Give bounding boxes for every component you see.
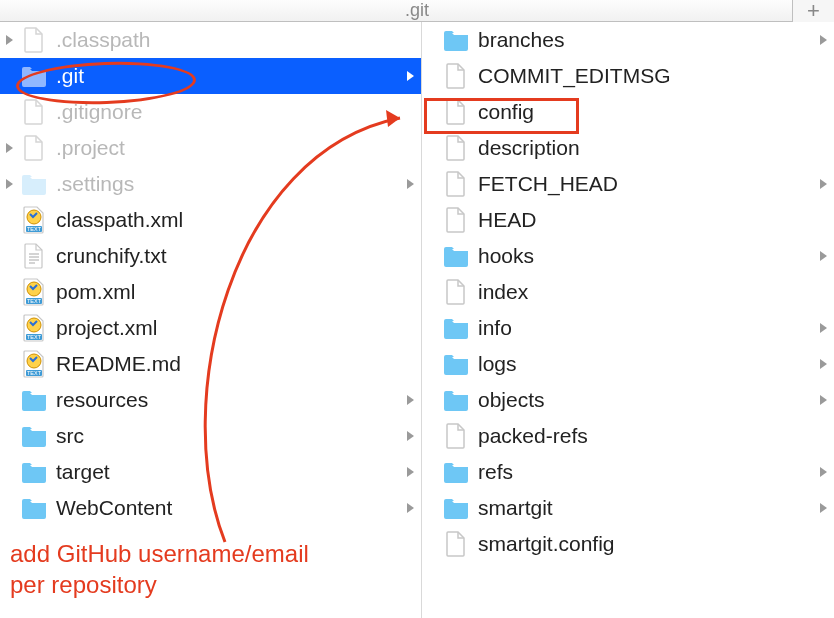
svg-marker-31 bbox=[820, 395, 827, 405]
svg-marker-23 bbox=[407, 431, 414, 441]
folder-icon bbox=[442, 242, 470, 270]
left-row-readme-md[interactable]: TEXT README.md bbox=[0, 346, 421, 382]
row-label: .git bbox=[56, 64, 399, 88]
row-label: hooks bbox=[478, 244, 812, 268]
right-row-smartgit-config[interactable]: smartgit.config bbox=[422, 526, 834, 562]
left-row--gitignore[interactable]: .gitignore bbox=[0, 94, 421, 130]
folder-icon bbox=[20, 386, 48, 414]
right-row-config[interactable]: config bbox=[422, 94, 834, 130]
left-row--project[interactable]: .project bbox=[0, 130, 421, 166]
file-icon bbox=[442, 422, 470, 450]
svg-marker-27 bbox=[820, 179, 827, 189]
svg-text:TEXT: TEXT bbox=[27, 334, 42, 340]
left-row-crunchify-txt[interactable]: crunchify.txt bbox=[0, 238, 421, 274]
right-row-logs[interactable]: logs bbox=[422, 346, 834, 382]
right-row-objects[interactable]: objects bbox=[422, 382, 834, 418]
left-row-project-xml[interactable]: TEXT project.xml bbox=[0, 310, 421, 346]
file-icon bbox=[442, 530, 470, 558]
svg-text:TEXT: TEXT bbox=[27, 370, 42, 376]
row-label: .gitignore bbox=[56, 100, 399, 124]
row-label: index bbox=[478, 280, 812, 304]
file-icon bbox=[442, 278, 470, 306]
svg-marker-2 bbox=[407, 71, 414, 81]
xml-icon: TEXT bbox=[20, 350, 48, 378]
row-label: project.xml bbox=[56, 316, 399, 340]
title-text: .git bbox=[405, 0, 429, 21]
left-column[interactable]: .classpath .git .gitignore .project .set… bbox=[0, 22, 422, 618]
file-dim-icon bbox=[20, 26, 48, 54]
right-column[interactable]: branches COMMIT_EDITMSG config descripti… bbox=[422, 22, 834, 618]
disclose-right-icon bbox=[399, 466, 421, 478]
svg-text:TEXT: TEXT bbox=[27, 226, 42, 232]
left-row-pom-xml[interactable]: TEXT pom.xml bbox=[0, 274, 421, 310]
left-row-webcontent[interactable]: WebContent bbox=[0, 490, 421, 526]
file-dim-icon bbox=[20, 134, 48, 162]
right-row-head[interactable]: HEAD bbox=[422, 202, 834, 238]
right-row-hooks[interactable]: hooks bbox=[422, 238, 834, 274]
left-row--settings[interactable]: .settings bbox=[0, 166, 421, 202]
folder-icon bbox=[20, 494, 48, 522]
row-label: crunchify.txt bbox=[56, 244, 399, 268]
disclose-left-icon bbox=[0, 70, 18, 82]
xml-icon: TEXT bbox=[20, 206, 48, 234]
left-row-classpath-xml[interactable]: TEXT classpath.xml bbox=[0, 202, 421, 238]
left-row--git[interactable]: .git bbox=[0, 58, 421, 94]
right-row-commit-editmsg[interactable]: COMMIT_EDITMSG bbox=[422, 58, 834, 94]
right-row-refs[interactable]: refs bbox=[422, 454, 834, 490]
folder-icon bbox=[442, 350, 470, 378]
row-label: resources bbox=[56, 388, 399, 412]
right-row-info[interactable]: info bbox=[422, 310, 834, 346]
folder-icon bbox=[442, 458, 470, 486]
row-label: smartgit bbox=[478, 496, 812, 520]
file-icon bbox=[442, 206, 470, 234]
file-icon bbox=[442, 62, 470, 90]
row-label: pom.xml bbox=[56, 280, 399, 304]
row-label: packed-refs bbox=[478, 424, 812, 448]
row-label: classpath.xml bbox=[56, 208, 399, 232]
folder-dim-icon bbox=[20, 62, 48, 90]
left-row-resources[interactable]: resources bbox=[0, 382, 421, 418]
svg-marker-22 bbox=[407, 395, 414, 405]
svg-marker-26 bbox=[820, 35, 827, 45]
right-row-smartgit[interactable]: smartgit bbox=[422, 490, 834, 526]
row-label: HEAD bbox=[478, 208, 812, 232]
right-row-index[interactable]: index bbox=[422, 274, 834, 310]
right-row-branches[interactable]: branches bbox=[422, 22, 834, 58]
disclose-right-icon bbox=[812, 358, 834, 370]
row-label: .classpath bbox=[56, 28, 399, 52]
right-row-fetch-head[interactable]: FETCH_HEAD bbox=[422, 166, 834, 202]
right-row-packed-refs[interactable]: packed-refs bbox=[422, 418, 834, 454]
svg-marker-5 bbox=[407, 179, 414, 189]
svg-marker-0 bbox=[6, 35, 13, 45]
row-label: description bbox=[478, 136, 812, 160]
svg-marker-32 bbox=[820, 467, 827, 477]
disclose-right-icon bbox=[812, 466, 834, 478]
folder-icon bbox=[442, 386, 470, 414]
svg-text:TEXT: TEXT bbox=[27, 298, 42, 304]
row-label: config bbox=[478, 100, 812, 124]
svg-marker-25 bbox=[407, 503, 414, 513]
file-icon bbox=[442, 98, 470, 126]
row-label: branches bbox=[478, 28, 812, 52]
svg-marker-4 bbox=[6, 179, 13, 189]
row-label: .project bbox=[56, 136, 399, 160]
left-row--classpath[interactable]: .classpath bbox=[0, 22, 421, 58]
svg-marker-3 bbox=[6, 143, 13, 153]
svg-marker-30 bbox=[820, 359, 827, 369]
file-dim-icon bbox=[20, 98, 48, 126]
new-tab-button[interactable]: + bbox=[792, 0, 834, 22]
row-label: info bbox=[478, 316, 812, 340]
folder-icon bbox=[442, 494, 470, 522]
right-row-description[interactable]: description bbox=[422, 130, 834, 166]
file-icon bbox=[442, 170, 470, 198]
svg-marker-24 bbox=[407, 467, 414, 477]
folder-icon bbox=[20, 422, 48, 450]
disclose-left-icon bbox=[0, 178, 18, 190]
left-row-target[interactable]: target bbox=[0, 454, 421, 490]
row-label: README.md bbox=[56, 352, 399, 376]
left-row-src[interactable]: src bbox=[0, 418, 421, 454]
xml-icon: TEXT bbox=[20, 314, 48, 342]
titlebar: .git + bbox=[0, 0, 834, 22]
disclose-right-icon bbox=[812, 394, 834, 406]
row-label: WebContent bbox=[56, 496, 399, 520]
